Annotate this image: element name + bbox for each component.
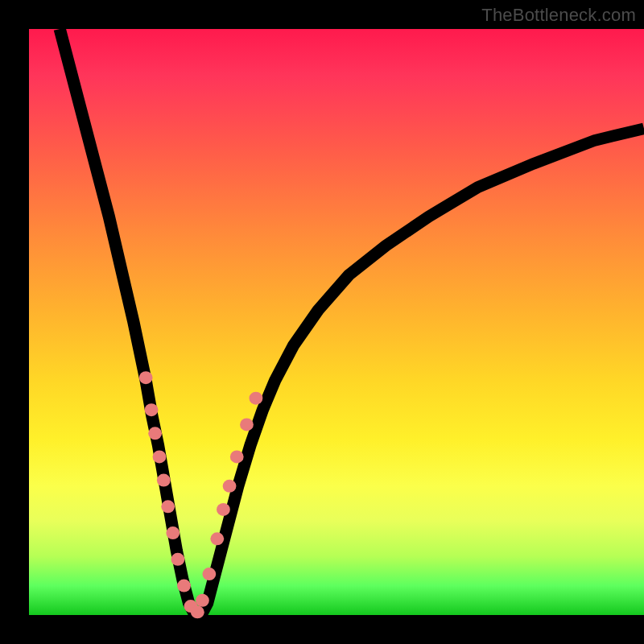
data-point (250, 392, 263, 405)
data-point (223, 480, 237, 493)
data-point (161, 500, 175, 513)
data-point (153, 450, 167, 463)
curve-layer (29, 29, 644, 615)
data-point (166, 526, 180, 539)
data-point (177, 580, 191, 592)
data-point (191, 605, 204, 618)
chart-frame: TheBottleneck.com (0, 0, 644, 644)
data-point (210, 532, 224, 545)
data-point (148, 427, 162, 440)
data-point (196, 594, 209, 607)
data-points (139, 371, 263, 618)
data-point (157, 474, 171, 487)
data-point (202, 568, 216, 580)
data-point (171, 553, 184, 566)
watermark-text: TheBottleneck.com (481, 5, 636, 26)
data-point (217, 503, 230, 516)
data-point (240, 418, 254, 431)
data-point (230, 450, 244, 463)
bottleneck-curve (60, 29, 644, 615)
plot-area (29, 29, 644, 615)
data-point (145, 403, 159, 416)
data-point (139, 371, 153, 384)
